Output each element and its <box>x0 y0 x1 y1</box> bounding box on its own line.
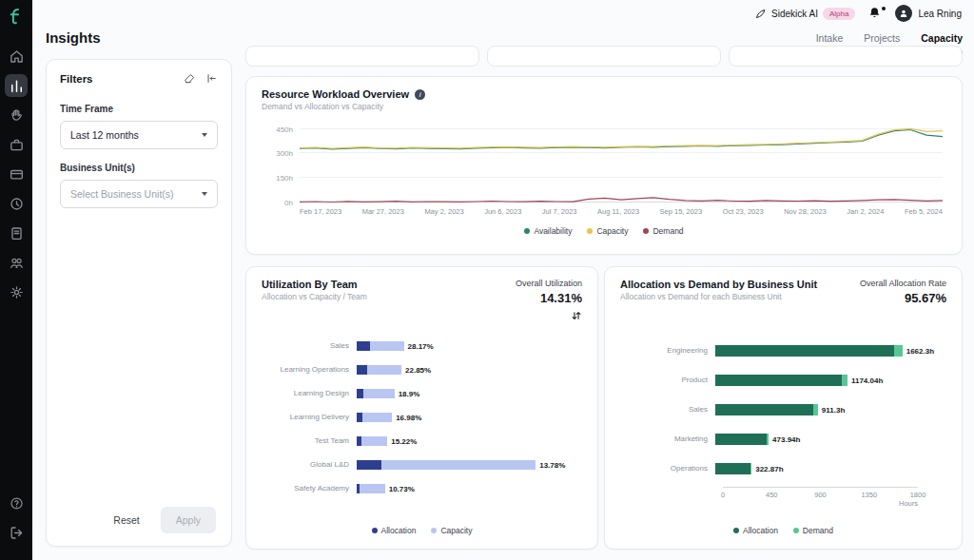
briefcase-icon <box>9 137 25 153</box>
bar-segment-allocation[interactable] <box>715 434 767 445</box>
bar-row-learning-operations: Learning Operations22.85% <box>262 357 559 381</box>
notifications-button[interactable] <box>867 6 883 21</box>
sidebar-item-logout[interactable] <box>5 521 28 544</box>
bar-segment-allocation[interactable] <box>357 436 361 446</box>
legend-item-capacity[interactable]: Capacity <box>587 226 628 236</box>
legend-item-allocation[interactable]: Allocation <box>733 526 778 535</box>
info-icon[interactable]: i <box>415 89 425 100</box>
bar-value-label: 322.87h <box>751 464 783 473</box>
legend-dot <box>733 528 739 533</box>
sidebar-item-home[interactable] <box>5 45 28 68</box>
legend-item-demand[interactable]: Demand <box>793 526 833 535</box>
bar-value-label: 10.73% <box>385 484 415 492</box>
bar-segment-capacity[interactable] <box>357 484 385 493</box>
bar-segment-allocation[interactable] <box>357 389 363 398</box>
chevron-down-icon <box>202 192 207 196</box>
sidebar-item-settings[interactable] <box>5 280 28 303</box>
filters-header: Filters <box>47 60 231 90</box>
bar-segment-allocation[interactable] <box>357 413 362 422</box>
sidekick-ai-button[interactable]: Sidekick AI Alpha <box>754 8 855 20</box>
legend-dot <box>643 228 649 234</box>
filters-actions <box>184 72 218 85</box>
bar-category-label: Product <box>620 376 715 384</box>
sidebar-item-help[interactable] <box>5 492 28 514</box>
workload-line-chart[interactable]: 0h150h300h450h <box>300 121 943 203</box>
bar-value-label: 1662.3h <box>903 346 934 355</box>
allocation-bars: Engineering1662.3hProduct1174.04hSales91… <box>620 336 946 483</box>
x-tick-label: Feb 5, 2024 <box>905 207 943 216</box>
collapse-panel-icon[interactable] <box>205 72 218 85</box>
utilization-by-team-card: Utilization By Team Allocation vs Capaci… <box>245 266 598 550</box>
legend-item-demand[interactable]: Demand <box>643 226 683 236</box>
alpha-badge: Alpha <box>823 8 855 20</box>
allocation-legend: AllocationDemand <box>620 526 946 537</box>
x-tick-label: Jan 2, 2024 <box>847 207 884 216</box>
clear-filters-icon[interactable] <box>184 72 196 85</box>
legend-item-allocation[interactable]: Allocation <box>372 526 417 535</box>
bar-segment-allocation[interactable] <box>357 484 360 493</box>
legend-dot <box>431 528 437 533</box>
line-series-demand[interactable] <box>300 198 943 203</box>
bar-segment-allocation[interactable] <box>715 375 842 386</box>
apply-button[interactable]: Apply <box>161 507 216 533</box>
allocation-x-axis: 045090013501800Hours <box>723 487 918 508</box>
legend-dot <box>372 528 378 533</box>
y-tick-label: 300h <box>276 149 293 158</box>
sidebar-item-billing[interactable] <box>5 163 28 185</box>
bar-area: 13.78% <box>357 460 559 470</box>
bar-row-test-team: Test Team15.22% <box>262 429 559 453</box>
bar-segment-allocation[interactable] <box>715 404 813 415</box>
home-icon <box>9 48 25 65</box>
bar-row-safety-academy: Safety Academy10.73% <box>262 476 559 500</box>
page-title: Insights <box>46 29 101 53</box>
bar-row-learning-design: Learning Design18.9% <box>262 381 559 405</box>
bar-segment-allocation[interactable] <box>357 365 367 375</box>
bar-category-label: Learning Operations <box>262 365 357 374</box>
workload-plot-area[interactable] <box>300 121 943 203</box>
workload-legend: AvailabilityCapacityDemand <box>262 226 946 236</box>
line-series-capacity[interactable] <box>300 128 943 148</box>
bell-icon <box>867 6 882 20</box>
filters-footer: Reset Apply <box>47 494 231 546</box>
sidebar-item-resourcing[interactable] <box>5 104 28 126</box>
bar-area: 15.22% <box>357 436 559 446</box>
bar-segment-capacity[interactable] <box>357 460 536 470</box>
overall-utilization-value: 14.31% <box>516 291 582 305</box>
bar-segment-allocation[interactable] <box>357 341 370 351</box>
bar-area: 322.87h <box>715 463 918 474</box>
sidebar-item-reports[interactable] <box>5 222 28 244</box>
bar-row-operations: Operations322.87h <box>620 454 918 483</box>
user-icon <box>898 8 909 19</box>
legend-item-capacity[interactable]: Capacity <box>431 526 472 535</box>
business-unit-select[interactable]: Select Business Unit(s) <box>60 180 218 208</box>
bottom-charts-row: Utilization By Team Allocation vs Capaci… <box>245 266 963 550</box>
axis-tick-label: 0 <box>721 491 725 499</box>
legend-item-availability[interactable]: Availability <box>524 226 572 236</box>
allocation-card-subtitle: Allocation vs Demand for each Business U… <box>620 292 817 301</box>
bar-category-label: Operations <box>620 464 715 473</box>
sidebar-item-time-tracking[interactable] <box>5 192 28 215</box>
bar-area: 28.17% <box>357 341 559 351</box>
bar-area: 10.73% <box>357 484 559 493</box>
sort-icon[interactable] <box>571 310 582 321</box>
clock-icon <box>9 196 25 212</box>
axis-tick-label: 900 <box>814 491 827 499</box>
bar-segment-allocation[interactable] <box>715 345 894 357</box>
legend-dot <box>793 528 799 533</box>
business-unit-placeholder: Select Business Unit(s) <box>70 188 174 200</box>
reset-button[interactable]: Reset <box>113 514 139 526</box>
bar-segment-allocation[interactable] <box>357 460 381 470</box>
sidebar-item-team[interactable] <box>5 251 28 274</box>
sidebar-item-projects[interactable] <box>5 133 28 156</box>
time-frame-select[interactable]: Last 12 months <box>60 121 218 149</box>
bar-value-label: 28.17% <box>404 341 434 350</box>
workload-card-title: Resource Workload Overview <box>262 88 409 100</box>
sidebar-item-insights[interactable] <box>5 74 28 97</box>
workload-x-axis: Feb 17, 2023Mar 27, 2023May 2, 2023Jun 6… <box>300 207 943 216</box>
app-logo-icon[interactable] <box>7 7 26 26</box>
legend-label: Allocation <box>381 526 417 535</box>
user-menu[interactable]: Lea Rning <box>895 5 962 22</box>
bar-segment-allocation[interactable] <box>715 463 750 474</box>
document-icon <box>9 225 25 241</box>
allocation-vs-demand-card: Allocation vs Demand by Business Unit Al… <box>604 266 963 550</box>
